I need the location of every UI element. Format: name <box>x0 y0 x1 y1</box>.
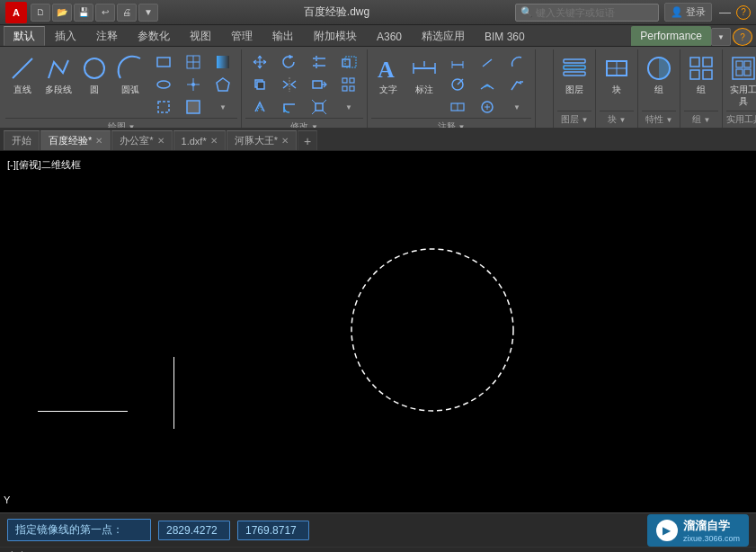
tab-annotate[interactable]: 注释 <box>86 26 128 46</box>
dimension-tool[interactable]: 标注 <box>407 51 441 100</box>
svg-text:A: A <box>378 57 395 83</box>
circle-tool[interactable]: 圆 <box>77 51 111 100</box>
group-tools: 组 <box>684 49 718 111</box>
radius-tool[interactable] <box>443 74 472 95</box>
tab-performance[interactable]: Performance <box>631 26 711 46</box>
draw-expand-icon[interactable]: ▼ <box>129 123 136 130</box>
svg-rect-18 <box>345 57 356 67</box>
properties-tool[interactable]: 组 <box>642 51 676 100</box>
hatch-tool[interactable] <box>179 51 208 73</box>
wipeout-tool[interactable] <box>179 96 208 118</box>
draw-dropdown[interactable]: ▼ <box>209 96 237 118</box>
dropdown-btn[interactable]: ▼ <box>138 4 158 22</box>
search-bar[interactable]: 🔍 <box>515 4 659 22</box>
block-tool[interactable]: 块 <box>600 51 634 100</box>
stretch-tool[interactable] <box>305 74 334 95</box>
tab-featured[interactable]: 精选应用 <box>412 26 475 46</box>
tab-manage[interactable]: 管理 <box>221 26 262 46</box>
canvas-area[interactable]: [-][俯视]二维线框 Y <box>0 151 756 512</box>
gradient-tool[interactable] <box>209 51 237 73</box>
tab-baidujingyan-close[interactable]: ✕ <box>95 136 102 146</box>
offset-tool[interactable] <box>245 96 274 118</box>
utilities-tool[interactable]: 实用工具 <box>726 51 756 110</box>
tab-baidujingyan[interactable]: 百度经验* ✕ <box>40 130 111 150</box>
explode-tool[interactable] <box>305 96 334 118</box>
ribbon-minimize-btn[interactable]: ▼ <box>711 28 731 46</box>
line-icon <box>8 54 37 83</box>
save-btn[interactable]: 💾 <box>74 4 93 22</box>
polyline-icon <box>44 54 73 83</box>
rotate-tool[interactable] <box>275 51 304 73</box>
tolerance-tool[interactable] <box>443 96 472 118</box>
tab-output[interactable]: 输出 <box>262 26 304 46</box>
polyline-tool[interactable]: 多段线 <box>41 51 76 100</box>
scale-tool[interactable] <box>334 51 363 73</box>
search-input[interactable] <box>536 7 653 18</box>
tab-hedamax[interactable]: 河豚大王* ✕ <box>227 130 297 150</box>
tab-1dxf[interactable]: 1.dxf* ✕ <box>173 130 226 150</box>
tab-a360[interactable]: A360 <box>367 26 412 46</box>
group-tool[interactable]: 组 <box>684 51 718 100</box>
array-tool[interactable] <box>334 74 363 95</box>
arc-tool[interactable]: 圆弧 <box>113 51 147 100</box>
boundary-tool[interactable] <box>209 74 237 95</box>
tab-office-close[interactable]: ✕ <box>157 136 165 146</box>
print-btn[interactable]: 🖨 <box>117 4 137 22</box>
annotate-expand-icon[interactable]: ▼ <box>458 123 466 130</box>
arc-dim-tool[interactable] <box>503 51 531 73</box>
svg-rect-62 <box>703 70 712 79</box>
open-btn[interactable]: 📂 <box>52 4 72 22</box>
tab-default[interactable]: 默认 <box>4 26 45 46</box>
modify-dropdown[interactable]: ▼ <box>334 96 363 118</box>
radius-icon <box>449 76 467 93</box>
minimize-icon[interactable]: — <box>717 4 733 21</box>
tab-start[interactable]: 开始 <box>4 130 40 150</box>
region-tool[interactable] <box>149 96 178 118</box>
tab-addmodule[interactable]: 附加模块 <box>304 26 367 46</box>
move-tool[interactable] <box>245 51 274 73</box>
layer-tool[interactable]: 图层 <box>557 51 591 100</box>
leader-tool[interactable] <box>503 74 531 95</box>
tab-office[interactable]: 办公室* ✕ <box>111 130 172 150</box>
tab-1dxf-close[interactable]: ✕ <box>210 136 218 146</box>
command-line: 命令：MI <box>0 547 756 552</box>
annotate-dropdown[interactable]: ▼ <box>503 96 531 118</box>
tab-view[interactable]: 视图 <box>180 26 221 46</box>
hatch-icon <box>184 53 202 71</box>
draw-small-tools: ▼ <box>149 51 237 118</box>
help-icon[interactable]: ? <box>736 5 751 20</box>
titlebar-right: 🔍 👤 登录 — ? <box>515 3 751 22</box>
trim-tool[interactable] <box>305 51 334 73</box>
fillet-tool[interactable] <box>275 96 304 118</box>
rect-icon <box>155 53 173 71</box>
login-button[interactable]: 👤 登录 <box>664 3 712 22</box>
properties-icon <box>645 54 673 83</box>
ellipse-tool[interactable] <box>149 74 178 95</box>
add-tab-btn[interactable]: + <box>298 130 317 150</box>
quick-access-toolbar: 🗋 📂 💾 ↩ 🖨 ▼ <box>31 4 158 22</box>
offset-icon <box>251 98 269 116</box>
rect-tool[interactable] <box>149 51 178 73</box>
tab-parametric[interactable]: 参数化 <box>128 26 180 46</box>
undo-btn[interactable]: ↩ <box>95 4 115 22</box>
tab-insert[interactable]: 插入 <box>45 26 86 46</box>
line-tool[interactable]: 直线 <box>5 51 40 100</box>
mirror-tool[interactable] <box>275 74 304 95</box>
array-icon <box>340 76 358 93</box>
aligned-dim-tool[interactable] <box>473 51 502 73</box>
tab-hedamax-close[interactable]: ✕ <box>281 136 289 146</box>
point-tool[interactable] <box>179 74 208 95</box>
command-prompt: 指定镜像线的第一点： <box>7 519 151 541</box>
new-file-btn[interactable]: 🗋 <box>31 4 50 22</box>
linear-dim-tool[interactable] <box>443 51 472 73</box>
utilities-tools: 实用工具 <box>726 49 756 111</box>
copy-tool[interactable] <box>245 74 274 95</box>
center-mark-tool[interactable] <box>473 96 502 118</box>
arc-icon <box>116 54 145 83</box>
tab-bim360[interactable]: BIM 360 <box>475 26 535 46</box>
angular-tool[interactable] <box>473 74 502 95</box>
modify-expand-icon[interactable]: ▼ <box>311 123 318 130</box>
annotate-group: A 文字 标注 <box>368 49 536 128</box>
help-ribbon-btn[interactable]: ? <box>733 28 752 46</box>
text-tool[interactable]: A 文字 <box>371 51 405 100</box>
